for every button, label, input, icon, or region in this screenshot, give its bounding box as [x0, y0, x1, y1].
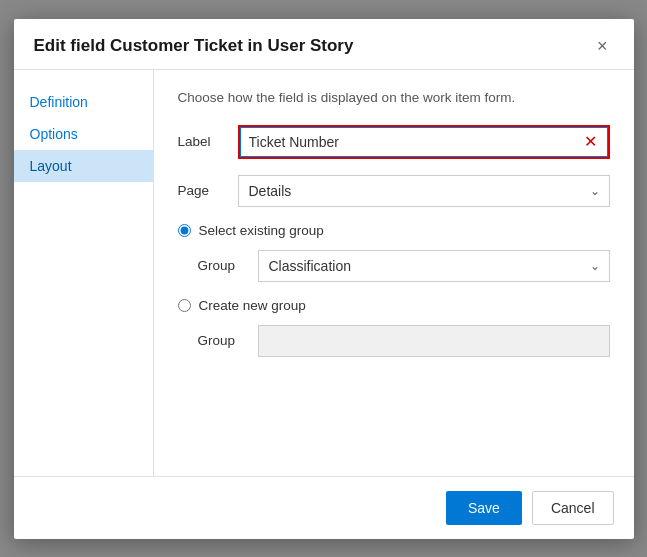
group-select-row: Group Classification Development Testing…: [198, 250, 610, 282]
sidebar-item-layout[interactable]: Layout: [14, 150, 153, 182]
sidebar: Definition Options Layout: [14, 70, 154, 476]
dialog-footer: Save Cancel: [14, 476, 634, 539]
group-select[interactable]: Classification Development Testing: [258, 250, 610, 282]
select-existing-group-row: Select existing group: [178, 223, 610, 238]
content-description: Choose how the field is displayed on the…: [178, 90, 610, 105]
dialog-header: Edit field Customer Ticket in User Story…: [14, 19, 634, 70]
sidebar-item-options[interactable]: Options: [14, 118, 153, 150]
cancel-button[interactable]: Cancel: [532, 491, 614, 525]
new-group-row: Group: [198, 325, 610, 357]
dialog-title: Edit field Customer Ticket in User Story: [34, 36, 354, 56]
new-group-input[interactable]: [258, 325, 610, 357]
create-new-group-row: Create new group: [178, 298, 610, 313]
page-select-wrapper: Details Overview Planning ⌄: [238, 175, 610, 207]
select-existing-label[interactable]: Select existing group: [199, 223, 324, 238]
page-row: Page Details Overview Planning ⌄: [178, 175, 610, 207]
label-row: Label ✕: [178, 125, 610, 159]
dialog-body: Definition Options Layout Choose how the…: [14, 70, 634, 476]
group-label: Group: [198, 258, 258, 273]
page-select[interactable]: Details Overview Planning: [238, 175, 610, 207]
select-existing-radio[interactable]: [178, 224, 191, 237]
clear-label-button[interactable]: ✕: [574, 127, 608, 157]
page-label: Page: [178, 183, 238, 198]
group-select-wrapper: Classification Development Testing ⌄: [258, 250, 610, 282]
new-group-label: Group: [198, 333, 258, 348]
close-button[interactable]: ×: [591, 35, 614, 57]
create-new-group-radio[interactable]: [178, 299, 191, 312]
content-area: Choose how the field is displayed on the…: [154, 70, 634, 476]
label-input[interactable]: [240, 127, 574, 157]
edit-field-dialog: Edit field Customer Ticket in User Story…: [14, 19, 634, 539]
sidebar-item-definition[interactable]: Definition: [14, 86, 153, 118]
label-input-wrapper: ✕: [238, 125, 610, 159]
save-button[interactable]: Save: [446, 491, 522, 525]
label-field-label: Label: [178, 134, 238, 149]
create-new-group-label[interactable]: Create new group: [199, 298, 306, 313]
